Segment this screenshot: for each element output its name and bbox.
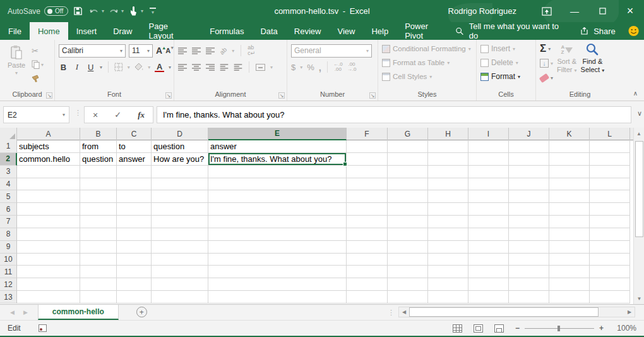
name-box[interactable]: E2 ▾: [3, 106, 69, 123]
cell-G8[interactable]: [388, 228, 428, 241]
cell-L1[interactable]: [590, 140, 630, 153]
cell-I13[interactable]: [468, 291, 509, 303]
cell-C8[interactable]: [117, 228, 152, 241]
column-header-B[interactable]: B: [80, 128, 117, 140]
column-header-C[interactable]: C: [117, 128, 152, 140]
cell-I3[interactable]: [468, 166, 509, 178]
zoom-out-button[interactable]: −: [515, 324, 520, 333]
maximize-button[interactable]: [588, 0, 616, 22]
redo-dropdown-icon[interactable]: ▾: [121, 8, 124, 14]
orientation-dropdown-icon[interactable]: ▾: [232, 48, 234, 54]
bold-button[interactable]: B: [59, 63, 68, 72]
cell-G9[interactable]: [388, 241, 428, 254]
row-header-10[interactable]: 10: [0, 254, 17, 266]
cell-I4[interactable]: [468, 178, 509, 191]
cell-D11[interactable]: [152, 266, 208, 278]
cell-G1[interactable]: [388, 140, 428, 153]
macro-record-icon[interactable]: [39, 324, 47, 332]
cell-A4[interactable]: [17, 178, 80, 191]
cell-C6[interactable]: [117, 203, 152, 216]
cell-H3[interactable]: [428, 166, 468, 178]
increase-font-size-button[interactable]: A▲: [156, 46, 162, 55]
cell-I8[interactable]: [468, 228, 509, 241]
tab-scroll-splitter[interactable]: ⋮: [388, 305, 395, 320]
cell-F1[interactable]: [347, 140, 388, 153]
scroll-left-icon[interactable]: ◀: [399, 307, 409, 317]
font-dialog-launcher[interactable]: ↘: [165, 92, 172, 99]
font-color-dropdown-icon[interactable]: ▾: [169, 64, 171, 70]
cancel-button[interactable]: ×: [93, 110, 98, 120]
cell-A10[interactable]: [17, 254, 80, 266]
underline-dropdown-icon[interactable]: ▾: [100, 64, 102, 70]
cell-J7[interactable]: [509, 216, 549, 228]
zoom-slider-thumb[interactable]: [558, 326, 560, 331]
format-as-table-button[interactable]: Format as Table ▾: [382, 56, 474, 70]
cell-E7[interactable]: [208, 216, 347, 228]
delete-cells-button[interactable]: Delete ▾: [480, 56, 533, 70]
cell-E5[interactable]: [208, 190, 347, 203]
cell-D5[interactable]: [152, 190, 208, 203]
number-dialog-launcher[interactable]: ↘: [369, 92, 376, 99]
cell-E4[interactable]: [208, 178, 347, 191]
tab-formulas[interactable]: Formulas: [201, 22, 252, 40]
tell-me-search[interactable]: Tell me what you want to do: [455, 21, 565, 40]
column-header-J[interactable]: J: [509, 128, 549, 140]
cell-C4[interactable]: [117, 178, 152, 191]
cell-H11[interactable]: [428, 266, 468, 278]
cell-E12[interactable]: [208, 278, 347, 291]
cell-A11[interactable]: [17, 266, 80, 278]
cell-F4[interactable]: [347, 178, 388, 191]
middle-align-button[interactable]: [192, 47, 201, 54]
account-name[interactable]: Rodrigo Rodriguez: [448, 6, 516, 16]
formula-input[interactable]: I'm fine, thanks. What about you?: [157, 106, 631, 123]
align-center-button[interactable]: [192, 64, 201, 71]
cell-G3[interactable]: [388, 166, 428, 178]
cell-G12[interactable]: [388, 278, 428, 291]
cell-G4[interactable]: [388, 178, 428, 191]
scroll-up-icon[interactable]: ▲: [634, 128, 644, 139]
cell-A2[interactable]: common.hello: [17, 153, 80, 166]
cell-A1[interactable]: subjects: [17, 140, 80, 153]
cell-D7[interactable]: [152, 216, 208, 228]
page-break-preview-button[interactable]: [494, 324, 504, 333]
collapse-ribbon-button[interactable]: ∧: [633, 90, 638, 97]
cell-D8[interactable]: [152, 228, 208, 241]
insert-function-button[interactable]: fx: [138, 110, 145, 120]
cell-D2[interactable]: How are you?: [152, 153, 208, 166]
cell-C2[interactable]: answer: [117, 153, 152, 166]
cell-D4[interactable]: [152, 178, 208, 191]
cut-button[interactable]: ✂: [32, 45, 44, 56]
cell-B12[interactable]: [80, 278, 117, 291]
cell-D6[interactable]: [152, 203, 208, 216]
cell-B1[interactable]: from: [80, 140, 117, 153]
cell-B3[interactable]: [80, 166, 117, 178]
zoom-slider[interactable]: [525, 328, 594, 329]
cell-K5[interactable]: [549, 190, 590, 203]
bottom-align-button[interactable]: [206, 47, 215, 54]
autosave-toggle[interactable]: AutoSave Off: [8, 6, 68, 16]
enter-button[interactable]: ✓: [114, 110, 121, 119]
cell-C11[interactable]: [117, 266, 152, 278]
cell-styles-button[interactable]: Cell Styles ▾: [382, 70, 474, 83]
cell-I12[interactable]: [468, 278, 509, 291]
decrease-indent-button[interactable]: [220, 64, 229, 71]
cell-G7[interactable]: [388, 216, 428, 228]
new-sheet-button[interactable]: +: [136, 307, 147, 317]
cell-F11[interactable]: [347, 266, 388, 278]
feedback-smiley-icon[interactable]: [628, 25, 639, 37]
row-header-3[interactable]: 3: [0, 166, 17, 178]
column-header-A[interactable]: A: [17, 128, 80, 140]
cell-J3[interactable]: [509, 166, 549, 178]
cell-L13[interactable]: [590, 291, 630, 303]
cell-J6[interactable]: [509, 203, 549, 216]
increase-decimal-button[interactable]: ←.0.00: [333, 62, 343, 72]
row-header-8[interactable]: 8: [0, 228, 17, 241]
cell-L10[interactable]: [590, 254, 630, 266]
cell-B10[interactable]: [80, 254, 117, 266]
minimize-button[interactable]: —: [561, 0, 588, 22]
cell-J5[interactable]: [509, 190, 549, 203]
cell-F5[interactable]: [347, 190, 388, 203]
vertical-scrollbar[interactable]: ▲ ▼: [633, 128, 644, 304]
autosum-button[interactable]: Σ▾: [540, 42, 553, 55]
column-header-H[interactable]: H: [428, 128, 468, 140]
